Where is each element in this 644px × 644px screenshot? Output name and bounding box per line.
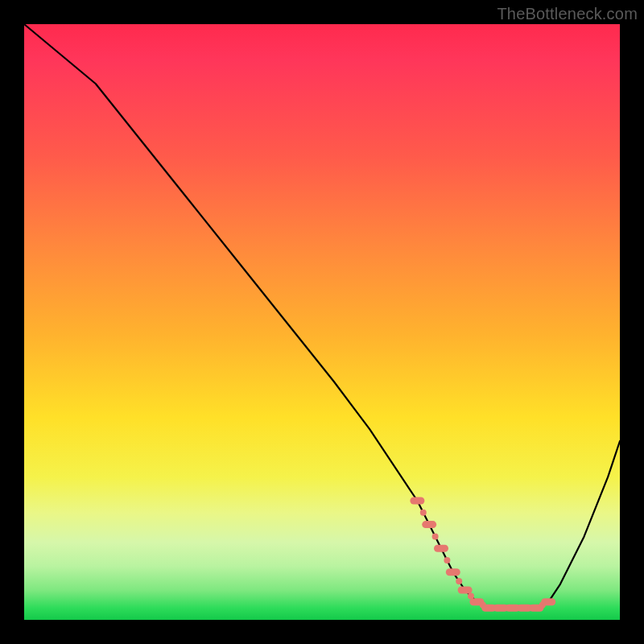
marker-dot: [468, 592, 474, 599]
marker-dash: [410, 497, 424, 505]
chart-frame: TheBottleneck.com: [0, 0, 644, 644]
marker-dash: [541, 598, 555, 605]
curve-layer: [24, 24, 620, 620]
marker-dot: [444, 557, 450, 564]
watermark-text: TheBottleneck.com: [497, 5, 638, 23]
marker-dot: [420, 510, 427, 516]
marker-dash: [446, 568, 460, 576]
bottleneck-curve: [24, 24, 620, 608]
plot-area: [24, 24, 620, 620]
marker-dash: [434, 545, 448, 552]
marker-group: [410, 497, 555, 612]
marker-dot: [432, 533, 439, 539]
marker-dash: [458, 587, 473, 594]
marker-dot: [456, 578, 462, 584]
marker-dash: [422, 521, 436, 528]
